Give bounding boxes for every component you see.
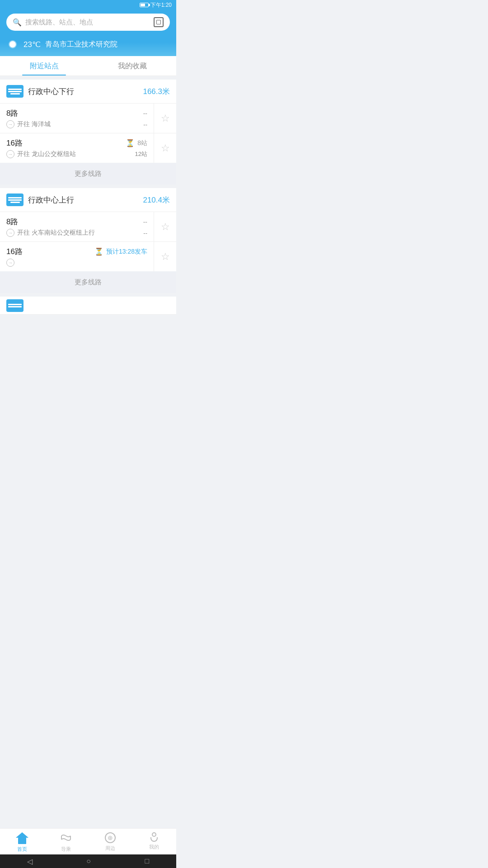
route-row-8-up: 8路 -- → 开往 火车南站公交枢纽上行 -- ☆ (0, 212, 176, 241)
route-number-8-up: 8路 (6, 217, 18, 227)
route-number-8-down: 8路 (6, 108, 18, 118)
arrow-circle-8-down: → (6, 120, 14, 128)
route-stops-8-up: -- (143, 230, 147, 236)
weather-location: 青岛市工业技术研究院 (45, 40, 117, 49)
station-down-dist: 166.3米 (143, 86, 170, 97)
route-row-16-down: 16路 ⏳ 8站 → 开往 龙山公交枢纽站 12站 ☆ (0, 133, 176, 163)
star-16-down[interactable]: ☆ (154, 133, 176, 163)
battery-indicator: 下午1:20 (140, 1, 172, 9)
star-8-up[interactable]: ☆ (154, 212, 176, 241)
station-down-header: 行政中心下行 166.3米 (0, 80, 176, 103)
route-number-16-up: 16路 (6, 246, 23, 257)
search-bar[interactable]: 🔍 搜索线路、站点、地点 (6, 14, 170, 31)
route-stops-8-down: -- (143, 121, 147, 128)
route-dest-8-down: 开往 海洋城 (17, 120, 51, 128)
app-header: 🔍 搜索线路、站点、地点 23℃ 青岛市工业技术研究院 (0, 10, 176, 56)
tab-favorites[interactable]: 我的收藏 (88, 56, 176, 75)
station-up-dist: 210.4米 (143, 195, 170, 205)
star-8-down[interactable]: ☆ (154, 104, 176, 133)
more-routes-up[interactable]: 更多线路 (0, 272, 176, 293)
station-up-name: 行政中心上行 (28, 195, 74, 205)
station-up-left: 行政中心上行 (6, 193, 74, 206)
weather-temp: 23℃ (23, 40, 41, 49)
battery-icon (140, 3, 149, 7)
more-routes-down[interactable]: 更多线路 (0, 163, 176, 184)
route-status-16-up: ⏳ 预计13:28发车 (94, 247, 147, 256)
qr-icon[interactable] (154, 17, 164, 27)
tab-nearby[interactable]: 附近站点 (0, 56, 88, 75)
arrow-circle-8-up: → (6, 229, 14, 237)
route-row-8-down: 8路 -- → 开往 海洋城 -- ☆ (0, 103, 176, 133)
route-dest-8-up: 开往 火车南站公交枢纽上行 (17, 229, 95, 237)
route-status-8-down: -- (143, 110, 147, 117)
star-16-up[interactable]: ☆ (154, 242, 176, 271)
hourglass-icon-16-down: ⏳ (126, 139, 135, 147)
search-input[interactable]: 搜索线路、站点、地点 (25, 18, 150, 27)
route-status-16-down: ⏳ 8站 (126, 139, 147, 147)
route-stops-16-down: 12站 (135, 150, 147, 158)
route-dest-16-down: 开往 龙山公交枢纽站 (17, 150, 76, 158)
status-time: 下午1:20 (150, 1, 172, 9)
weather-row: 23℃ 青岛市工业技术研究院 (6, 35, 170, 56)
hourglass-icon-16-up: ⏳ (94, 247, 103, 256)
sun-icon (6, 38, 19, 51)
bus-stop-icon-partial (6, 299, 23, 312)
arrow-circle-16-up: → (6, 259, 14, 267)
station-down-left: 行政中心下行 (6, 85, 74, 98)
bus-stop-icon-up (6, 193, 23, 206)
tab-bar: 附近站点 我的收藏 (0, 56, 176, 76)
station-down-name: 行政中心下行 (28, 86, 74, 97)
arrow-circle-16-down: → (6, 150, 14, 158)
main-content: 行政中心下行 166.3米 8路 -- → 开往 海洋城 -- ☆ 16路 (0, 80, 176, 373)
station-up-header: 行政中心上行 210.4米 (0, 188, 176, 212)
route-status-8-up: -- (143, 218, 147, 226)
bus-stop-icon (6, 85, 23, 98)
search-icon: 🔍 (13, 18, 22, 27)
station-partial (0, 297, 176, 315)
route-row-16-up: 16路 ⏳ 预计13:28发车 → ☆ (0, 241, 176, 271)
status-bar: 下午1:20 (0, 0, 176, 10)
route-number-16-down: 16路 (6, 138, 23, 148)
